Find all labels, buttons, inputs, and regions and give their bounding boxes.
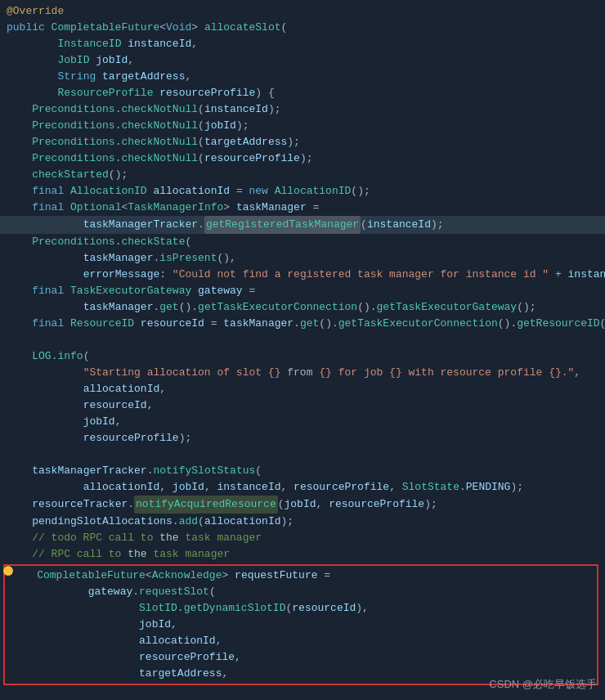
watermark: CSDN @必吃早饭选手: [489, 677, 597, 692]
code-line: pendingSlotAllocations.add(allocationId)…: [0, 514, 605, 530]
code-line: errorMessage: "Could not find a register…: [0, 267, 605, 283]
code-line: public CompletableFuture<Void> allocateS…: [0, 20, 605, 36]
code-line: final ResourceID resourceId = taskManage…: [0, 316, 605, 332]
code-line: Preconditions.checkNotNull(jobId);: [0, 118, 605, 134]
code-line: gateway.requestSlot(: [5, 584, 597, 600]
code-line: resourceProfile);: [0, 430, 605, 446]
code-line: checkStarted();: [0, 167, 605, 183]
code-line: LOG.info(: [0, 348, 605, 365]
code-line: // todo RPC call to the task manager: [0, 530, 605, 546]
code-line: Preconditions.checkNotNull(resourceProfi…: [0, 150, 605, 167]
code-line: jobId,: [0, 414, 605, 430]
code-line: resourceProfile,: [5, 649, 597, 666]
code-line: "Starting allocation of slot {} from {} …: [0, 365, 605, 381]
code-line: resourceId,: [0, 397, 605, 414]
code-line: final AllocationID allocationId = new Al…: [0, 183, 605, 200]
code-line: allocationId,: [5, 633, 597, 649]
code-line: taskManager.get().getTaskExecutorConnect…: [0, 299, 605, 316]
code-line: resourceTracker.notifyAcquiredResource(j…: [0, 496, 605, 514]
code-line: @Override: [0, 3, 605, 20]
code-line: SlotID.getDynamicSlotID(resourceId),: [5, 600, 597, 617]
code-line: InstanceID instanceId,: [0, 36, 605, 52]
code-line: Preconditions.checkState(: [0, 234, 605, 250]
code-line: [0, 446, 605, 463]
code-line: ResourceProfile resourceProfile) {: [0, 85, 605, 101]
code-line: allocationId,: [0, 381, 605, 397]
code-line: [0, 332, 605, 348]
code-line: allocationId, jobId, instanceId, resourc…: [0, 479, 605, 496]
code-line: final Optional<TaskManagerInfo> taskMana…: [0, 200, 605, 216]
red-box-section: CompletableFuture<Acknowledge> requestFu…: [3, 564, 598, 685]
code-line: final TaskExecutorGateway gateway =: [0, 283, 605, 299]
code-line: CompletableFuture<Acknowledge> requestFu…: [5, 568, 597, 584]
code-line: Preconditions.checkNotNull(instanceId);: [0, 101, 605, 118]
code-line: taskManager.isPresent(),: [0, 250, 605, 267]
code-line: JobID jobId,: [0, 52, 605, 69]
code-editor: @Override public CompletableFuture<Void>…: [0, 0, 605, 700]
code-line: taskManagerTracker.getRegisteredTaskMana…: [0, 216, 605, 234]
yellow-indicator: [3, 566, 13, 576]
code-line: Preconditions.checkNotNull(targetAddress…: [0, 134, 605, 150]
code-line: taskManagerTracker.notifySlotStatus(: [0, 463, 605, 479]
code-line: jobId,: [5, 617, 597, 633]
code-line: // RPC call to the task manager: [0, 546, 605, 563]
code-line: String targetAddress,: [0, 69, 605, 85]
